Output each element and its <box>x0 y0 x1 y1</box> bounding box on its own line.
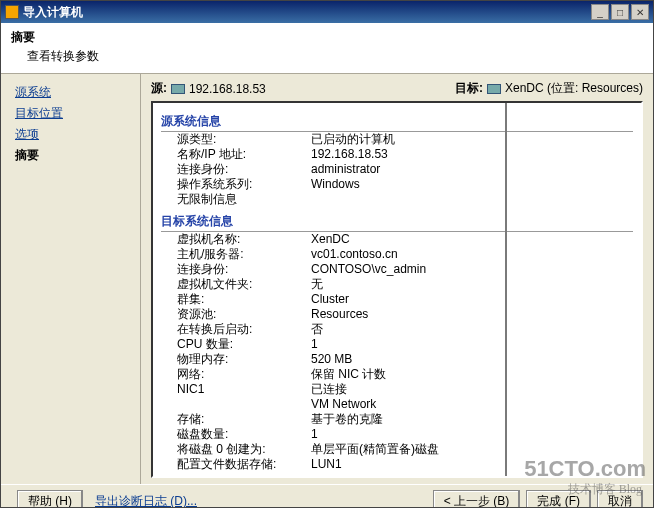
sidebar-step-0[interactable]: 源系统 <box>15 84 130 101</box>
kv-key: 连接身份: <box>161 262 311 277</box>
kv-row: 源类型:已启动的计算机 <box>161 132 633 147</box>
finish-button[interactable]: 完成 (F) <box>526 490 591 508</box>
content-area: 源系统目标位置选项摘要 源: 192.168.18.53 目标: XenDC (… <box>1 74 653 484</box>
kv-row: CPU 数量:1 <box>161 337 633 352</box>
kv-key: 操作系统系列: <box>161 177 311 192</box>
section-title-0: 源系统信息 <box>161 113 633 132</box>
kv-row: VM Network <box>161 397 633 412</box>
wizard-header: 摘要 查看转换参数 <box>1 23 653 74</box>
kv-value: 已连接 <box>311 382 633 397</box>
help-button[interactable]: 帮助 (H) <box>17 490 83 508</box>
kv-value: Resources <box>311 307 633 322</box>
kv-key: 将磁盘 0 创建为: <box>161 442 311 457</box>
source-label: 源: <box>151 80 167 97</box>
kv-value: LUN1 <box>311 457 633 472</box>
target-value: XenDC (位置: Resources) <box>505 80 643 97</box>
kv-value: VM Network <box>311 397 633 412</box>
kv-key: 无限制信息 <box>161 192 311 207</box>
kv-row: 虚拟机文件夹:无 <box>161 277 633 292</box>
kv-row: NIC1已连接 <box>161 382 633 397</box>
kv-value: 520 MB <box>311 352 633 367</box>
kv-value: administrator <box>311 162 633 177</box>
back-button[interactable]: < 上一步 (B) <box>433 490 521 508</box>
kv-row: 虚拟机名称:XenDC <box>161 232 633 247</box>
kv-row: 主机/服务器:vc01.contoso.cn <box>161 247 633 262</box>
sidebar-step-3: 摘要 <box>15 147 130 164</box>
kv-key: 连接身份: <box>161 162 311 177</box>
kv-value: 无 <box>311 277 633 292</box>
kv-row: 连接身份:CONTOSO\vc_admin <box>161 262 633 277</box>
server-icon <box>487 84 501 94</box>
page-title: 摘要 <box>11 29 643 46</box>
kv-key: CPU 数量: <box>161 337 311 352</box>
kv-key: 资源池: <box>161 307 311 322</box>
kv-value: 192.168.18.53 <box>311 147 633 162</box>
title-bar: 导入计算机 _ □ ✕ <box>1 1 653 23</box>
kv-value: 基于卷的克隆 <box>311 412 633 427</box>
kv-value <box>311 192 633 207</box>
kv-key: 源类型: <box>161 132 311 147</box>
kv-row: 物理内存:520 MB <box>161 352 633 367</box>
kv-key: 在转换后启动: <box>161 322 311 337</box>
kv-row: 无限制信息 <box>161 192 633 207</box>
kv-key: 虚拟机名称: <box>161 232 311 247</box>
kv-row: 配置文件数据存储:LUN1 <box>161 457 633 472</box>
kv-key: 网络: <box>161 367 311 382</box>
kv-key: 虚拟机文件夹: <box>161 277 311 292</box>
wizard-steps-sidebar: 源系统目标位置选项摘要 <box>1 74 141 484</box>
kv-key <box>161 397 311 412</box>
kv-row: 磁盘数量:1 <box>161 427 633 442</box>
kv-value: vc01.contoso.cn <box>311 247 633 262</box>
kv-value: 单层平面(精简置备)磁盘 <box>311 442 633 457</box>
kv-key: 群集: <box>161 292 311 307</box>
kv-row: 将磁盘 0 创建为:单层平面(精简置备)磁盘 <box>161 442 633 457</box>
kv-value: 已启动的计算机 <box>311 132 633 147</box>
kv-value: 保留 NIC 计数 <box>311 367 633 382</box>
sidebar-step-2[interactable]: 选项 <box>15 126 130 143</box>
kv-row: 连接身份:administrator <box>161 162 633 177</box>
app-icon <box>5 5 19 19</box>
export-log-link[interactable]: 导出诊断日志 (D)... <box>95 493 197 508</box>
kv-key: 物理内存: <box>161 352 311 367</box>
target-label: 目标: <box>455 80 483 97</box>
kv-value: 1 <box>311 337 633 352</box>
main-panel: 源: 192.168.18.53 目标: XenDC (位置: Resource… <box>141 74 653 484</box>
close-button[interactable]: ✕ <box>631 4 649 20</box>
summary-pane[interactable]: 源系统信息源类型:已启动的计算机名称/IP 地址:192.168.18.53连接… <box>151 101 643 478</box>
kv-key: 主机/服务器: <box>161 247 311 262</box>
kv-key: NIC1 <box>161 382 311 397</box>
computer-icon <box>171 84 185 94</box>
path-row: 源: 192.168.18.53 目标: XenDC (位置: Resource… <box>151 80 643 97</box>
window-title: 导入计算机 <box>23 4 589 21</box>
kv-row: 在转换后启动:否 <box>161 322 633 337</box>
source-value: 192.168.18.53 <box>189 82 266 96</box>
section-title-1: 目标系统信息 <box>161 213 633 232</box>
minimize-button[interactable]: _ <box>591 4 609 20</box>
kv-key: 磁盘数量: <box>161 427 311 442</box>
kv-value: CONTOSO\vc_admin <box>311 262 633 277</box>
kv-row: 名称/IP 地址:192.168.18.53 <box>161 147 633 162</box>
page-subtitle: 查看转换参数 <box>27 48 643 65</box>
sidebar-step-1[interactable]: 目标位置 <box>15 105 130 122</box>
kv-value: Cluster <box>311 292 633 307</box>
cancel-button[interactable]: 取消 <box>597 490 643 508</box>
kv-row: 资源池:Resources <box>161 307 633 322</box>
maximize-button[interactable]: □ <box>611 4 629 20</box>
wizard-footer: 帮助 (H) 导出诊断日志 (D)... < 上一步 (B) 完成 (F) 取消 <box>1 484 653 508</box>
kv-value: XenDC <box>311 232 633 247</box>
kv-row: 操作系统系列:Windows <box>161 177 633 192</box>
kv-row: 网络:保留 NIC 计数 <box>161 367 633 382</box>
kv-row: 存储:基于卷的克隆 <box>161 412 633 427</box>
kv-key: 配置文件数据存储: <box>161 457 311 472</box>
kv-value: 1 <box>311 427 633 442</box>
kv-value: Windows <box>311 177 633 192</box>
kv-value: 否 <box>311 322 633 337</box>
kv-row: 群集:Cluster <box>161 292 633 307</box>
kv-key: 名称/IP 地址: <box>161 147 311 162</box>
kv-key: 存储: <box>161 412 311 427</box>
